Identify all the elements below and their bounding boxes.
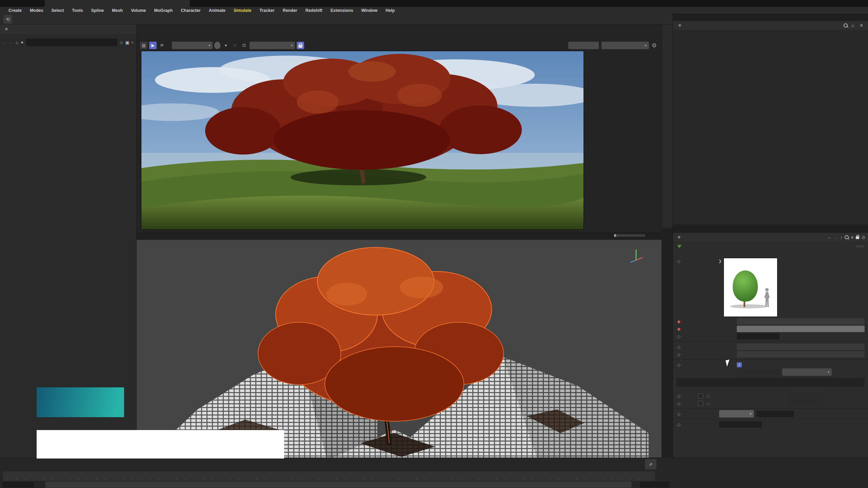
object-tree xyxy=(673,30,868,31)
keyframe-diamond-icon[interactable]: ◆ xyxy=(676,326,681,331)
keyframe-diamond-icon[interactable]: ◇ xyxy=(676,422,681,427)
archive-icon[interactable]: ▣ xyxy=(125,40,129,45)
render-mode-row: ◇ xyxy=(673,343,868,350)
render-canvas[interactable] xyxy=(141,51,584,230)
model-dropdown[interactable] xyxy=(737,318,865,325)
menu-item[interactable]: Render xyxy=(279,8,301,13)
menu-item[interactable]: Help xyxy=(382,8,398,13)
forward-icon[interactable]: → xyxy=(9,40,14,45)
back-icon[interactable]: ← xyxy=(3,40,7,45)
home-icon[interactable]: ⌂ xyxy=(849,23,857,28)
min-branch-thickness-field[interactable] xyxy=(788,393,823,399)
gear-icon[interactable]: ⚙ xyxy=(652,42,657,49)
keyframe-diamond-icon[interactable]: ◇ xyxy=(676,344,681,349)
max-branch-depth-field[interactable] xyxy=(788,400,823,407)
zoom-value-field[interactable]: ∶ xyxy=(568,42,599,49)
leaf-amount-field[interactable] xyxy=(719,421,762,428)
cinema4d-window: Create Modes Select Tools Spline Mesh Vo… xyxy=(0,0,868,488)
menu-item[interactable]: Window xyxy=(357,8,381,13)
keyframe-diamond-icon[interactable]: ◇ xyxy=(676,411,681,416)
menu-item[interactable]: Create xyxy=(5,8,25,13)
perspective-viewport[interactable] xyxy=(137,240,662,458)
leaf-density-field[interactable] xyxy=(737,333,780,340)
lock-icon[interactable] xyxy=(856,236,859,239)
film-icon[interactable]: ▤ xyxy=(140,42,147,49)
chevron-right-icon[interactable]: ❯ xyxy=(718,258,722,317)
dither-icon[interactable]: ∷ xyxy=(231,42,239,49)
menu-item[interactable]: Volume xyxy=(127,8,150,13)
hamburger-icon[interactable]: ≡ xyxy=(676,23,684,28)
keyframe-diamond-icon[interactable]: ◇ xyxy=(676,362,681,367)
search-input[interactable] xyxy=(26,39,118,46)
forward-icon[interactable]: → xyxy=(834,235,838,240)
sparkle-icon[interactable]: ✦ xyxy=(20,40,24,45)
subdivision-level-field[interactable] xyxy=(756,411,794,417)
filter-icon[interactable]: ≡ xyxy=(857,23,865,28)
menu-item[interactable]: Mesh xyxy=(108,8,126,13)
plant-preview-thumbnail[interactable] xyxy=(724,258,777,317)
menu-item[interactable]: MoGraph xyxy=(150,8,176,13)
crop-icon[interactable]: ⊡ xyxy=(240,42,248,49)
season-dropdown[interactable] xyxy=(737,326,865,332)
range-slider[interactable] xyxy=(45,482,631,488)
menu-item[interactable]: Simulate xyxy=(230,8,255,13)
use-checkbox[interactable] xyxy=(698,401,703,406)
document-tab[interactable] xyxy=(45,0,190,7)
home-icon[interactable]: ⌂ xyxy=(16,40,18,45)
render-view-menubar xyxy=(137,33,140,40)
lock-icon[interactable] xyxy=(297,42,304,49)
render-mode-dropdown[interactable] xyxy=(737,344,865,350)
toolbar-left-group: ⟲ xyxy=(3,15,12,24)
unit-dropdown[interactable]: ▾ xyxy=(782,368,832,376)
chevron-down-icon[interactable]: ▾ xyxy=(131,40,134,45)
refresh-icon[interactable]: ⟳ xyxy=(158,42,166,49)
keyframe-diamond-icon[interactable]: ◇ xyxy=(676,393,681,399)
target-icon[interactable]: ⊙ xyxy=(862,235,865,240)
menu-item[interactable]: Character xyxy=(177,8,204,13)
menu-item[interactable]: Tracker xyxy=(256,8,278,13)
section-label xyxy=(0,47,136,52)
use-checkbox[interactable] xyxy=(698,393,703,399)
attributes-tabs xyxy=(673,225,868,233)
range-end-field[interactable] xyxy=(640,482,669,488)
custom-scale-field[interactable] xyxy=(737,369,780,375)
fcurve-icon[interactable]: ⇗ xyxy=(645,459,656,469)
keyframe-diamond-icon[interactable]: ◇ xyxy=(676,259,681,317)
menu-item[interactable]: Modes xyxy=(26,8,47,13)
search-icon[interactable] xyxy=(845,235,849,240)
size-mode-dropdown[interactable]: ▾ xyxy=(601,42,649,49)
custom-button[interactable] xyxy=(856,245,865,247)
menu-item[interactable]: Extensions xyxy=(327,8,357,13)
menu-item[interactable]: Select xyxy=(48,8,68,13)
rgb-channel-button[interactable] xyxy=(214,42,220,49)
keyframe-diamond-icon[interactable]: ◇ xyxy=(676,401,681,406)
keyframe-diamond-icon[interactable]: ◇ xyxy=(676,334,681,339)
menu-item[interactable]: Tools xyxy=(68,8,86,13)
menu-item[interactable]: Spline xyxy=(87,8,108,13)
max-branch-depth-row: ◇ ◇ xyxy=(673,400,868,407)
menu-item[interactable]: Animate xyxy=(205,8,229,13)
hamburger-icon[interactable]: ≡ xyxy=(3,27,10,32)
axis-gizmo-icon[interactable] xyxy=(628,247,644,263)
keyframe-diamond-icon[interactable]: ◇ xyxy=(676,352,681,357)
play-icon[interactable]: ▶ xyxy=(149,42,157,49)
hamburger-icon[interactable]: ≡ xyxy=(676,235,682,240)
filter-icon[interactable]: ≡ xyxy=(851,235,854,240)
toolbar-icon[interactable]: ⟲ xyxy=(3,15,12,24)
editor-mode-dropdown[interactable] xyxy=(737,351,865,358)
search-icon[interactable] xyxy=(844,23,848,28)
up-icon[interactable]: ↑ xyxy=(840,235,843,240)
chevron-down-icon[interactable]: ▾ xyxy=(222,42,230,49)
clear-search-icon[interactable]: ⊗ xyxy=(119,40,123,45)
render-pass-dropdown[interactable]: ▾ xyxy=(172,42,213,49)
menu-item[interactable]: Redshift xyxy=(302,8,326,13)
renderer-dropdown[interactable]: ▾ xyxy=(250,42,295,49)
progress-bar xyxy=(614,234,645,237)
range-start-field[interactable] xyxy=(3,482,34,488)
timeline-ruler[interactable] xyxy=(3,471,655,481)
back-icon[interactable]: ← xyxy=(827,235,832,240)
keyframe-diamond-icon[interactable]: ◆ xyxy=(676,319,681,324)
subdivision-row: ◇ ▾ xyxy=(673,410,868,418)
subdivision-mode-dropdown[interactable]: ▾ xyxy=(719,410,754,418)
use-document-scale-checkbox[interactable]: ✓ xyxy=(737,362,742,367)
